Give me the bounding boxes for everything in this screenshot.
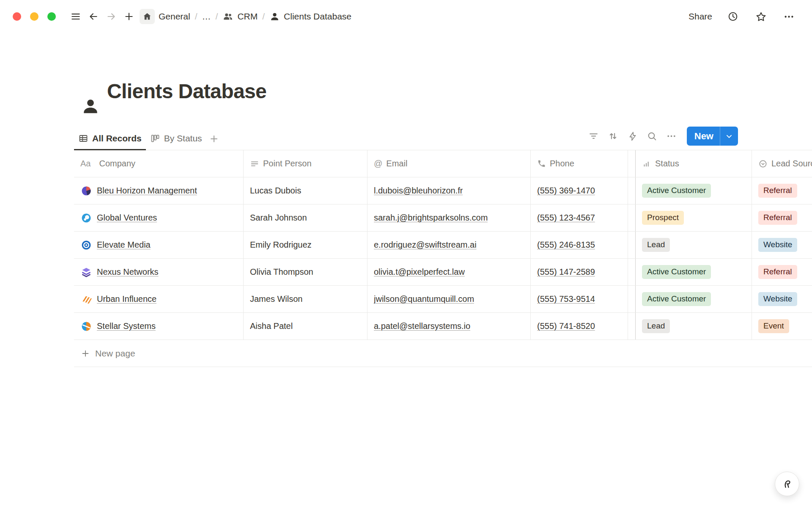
email-value[interactable]: sarah.j@brightsparksolns.com [374, 213, 488, 223]
lead-source-cell[interactable]: Referral [752, 177, 812, 204]
column-header-point-person[interactable]: Point Person [244, 150, 368, 177]
phone-value[interactable]: (555) 753-9514 [537, 294, 595, 304]
point-person-cell[interactable]: James Wilson [244, 286, 368, 312]
tab-by-status[interactable]: By Status [146, 129, 206, 150]
breadcrumb-item-crm[interactable]: CRM [222, 11, 258, 22]
column-header-status[interactable]: Status [636, 150, 752, 177]
share-button[interactable]: Share [687, 9, 714, 24]
column-header-phone[interactable]: Phone [531, 150, 628, 177]
page-title[interactable]: Clients Database [107, 80, 266, 103]
chevron-down-icon[interactable] [720, 132, 738, 141]
filter-icon[interactable] [585, 128, 602, 145]
phone-value[interactable]: (555) 741-8520 [537, 321, 595, 331]
company-name[interactable]: Bleu Horizon Management [97, 186, 197, 196]
pie-chart-icon [80, 185, 92, 197]
breadcrumb-item-current[interactable]: Clients Database [269, 11, 351, 22]
company-name[interactable]: Urban Influence [97, 294, 156, 304]
company-cell[interactable]: Stellar Systems [74, 313, 244, 340]
plus-icon[interactable] [120, 8, 138, 25]
lightning-icon[interactable] [624, 128, 641, 145]
email-value[interactable]: a.patel@stellarsystems.io [374, 321, 470, 331]
ellipsis-icon[interactable] [663, 128, 680, 145]
column-header-company[interactable]: Aa Company [74, 150, 244, 177]
select-icon [758, 159, 768, 168]
phone-cell[interactable]: (555) 753-9514 [531, 286, 628, 312]
company-cell[interactable]: Urban Influence [74, 286, 244, 312]
company-name[interactable]: Elevate Media [97, 240, 151, 250]
status-cell[interactable]: Prospect [636, 204, 752, 231]
point-person-cell[interactable]: Aisha Patel [244, 313, 368, 340]
close-window-button[interactable] [13, 12, 21, 21]
company-cell[interactable]: Bleu Horizon Management [74, 177, 244, 204]
point-person-cell[interactable]: Emily Rodriguez [244, 232, 368, 258]
status-cell[interactable]: Lead [636, 232, 752, 258]
zoom-window-button[interactable] [47, 12, 56, 21]
company-name[interactable]: Stellar Systems [97, 321, 156, 331]
lead-source-cell[interactable]: Referral [752, 259, 812, 285]
point-person-cell[interactable]: Lucas Dubois [244, 177, 368, 204]
email-value[interactable]: e.rodriguez@swiftstream.ai [374, 240, 477, 250]
person-icon[interactable] [81, 97, 100, 116]
point-person-cell[interactable]: Olivia Thompson [244, 259, 368, 285]
email-cell[interactable]: olivia.t@pixelperfect.law [368, 259, 531, 285]
point-person-cell[interactable]: Sarah Johnson [244, 204, 368, 231]
email-cell[interactable]: l.dubois@bleuhorizon.fr [368, 177, 531, 204]
breadcrumb-item-general[interactable]: General [140, 9, 190, 24]
table-row[interactable]: Bleu Horizon Management Lucas Dubois l.d… [74, 177, 812, 204]
table-row[interactable]: Elevate Media Emily Rodriguez e.rodrigue… [74, 232, 812, 259]
plus-icon [81, 349, 90, 358]
column-header-lead-source[interactable]: Lead Source [752, 150, 812, 177]
lead-source-cell[interactable]: Referral [752, 204, 812, 231]
tab-all-records[interactable]: All Records [74, 129, 146, 150]
email-value[interactable]: l.dubois@bleuhorizon.fr [374, 186, 463, 196]
add-view-plus-icon[interactable] [206, 134, 224, 150]
lead-source-cell[interactable]: Event [752, 313, 812, 340]
email-cell[interactable]: sarah.j@brightsparksolns.com [368, 204, 531, 231]
company-cell[interactable]: Elevate Media [74, 232, 244, 258]
search-icon[interactable] [644, 128, 661, 145]
phone-cell[interactable]: (555) 369-1470 [531, 177, 628, 204]
column-header-email[interactable]: @ Email [368, 150, 531, 177]
back-arrow-icon[interactable] [85, 8, 102, 25]
phone-value[interactable]: (555) 246-8135 [537, 240, 595, 250]
lead-source-cell[interactable]: Website [752, 232, 812, 258]
table-row[interactable]: Stellar Systems Aisha Patel a.patel@stel… [74, 313, 812, 340]
status-cell[interactable]: Lead [636, 313, 752, 340]
phone-cell[interactable]: (555) 246-8135 [531, 232, 628, 258]
status-cell[interactable]: Active Customer [636, 259, 752, 285]
hamburger-menu-icon[interactable] [67, 8, 85, 25]
new-button-label[interactable]: New [687, 131, 720, 142]
table-row[interactable]: Nexus Networks Olivia Thompson olivia.t@… [74, 259, 812, 286]
minimize-window-button[interactable] [30, 12, 38, 21]
email-cell[interactable]: jwilson@quantumquill.com [368, 286, 531, 312]
status-cell[interactable]: Active Customer [636, 177, 752, 204]
forward-arrow-icon[interactable] [102, 8, 120, 25]
email-value[interactable]: jwilson@quantumquill.com [374, 294, 474, 304]
ai-assistant-button[interactable] [775, 472, 799, 496]
company-name[interactable]: Nexus Networks [97, 267, 159, 277]
new-page-row[interactable]: New page [74, 340, 812, 367]
ellipsis-icon[interactable] [780, 8, 798, 25]
phone-cell[interactable]: (555) 123-4567 [531, 204, 628, 231]
phone-value[interactable]: (555) 369-1470 [537, 186, 595, 196]
person-name: Aisha Patel [250, 321, 293, 331]
email-cell[interactable]: a.patel@stellarsystems.io [368, 313, 531, 340]
status-cell[interactable]: Active Customer [636, 286, 752, 312]
breadcrumb-ellipsis[interactable]: … [202, 11, 211, 22]
company-name[interactable]: Global Ventures [97, 213, 157, 223]
email-value[interactable]: olivia.t@pixelperfect.law [374, 267, 465, 277]
new-record-button[interactable]: New [687, 127, 738, 146]
phone-value[interactable]: (555) 147-2589 [537, 267, 595, 277]
company-cell[interactable]: Nexus Networks [74, 259, 244, 285]
sort-icon[interactable] [605, 128, 622, 145]
table-row[interactable]: Urban Influence James Wilson jwilson@qua… [74, 286, 812, 313]
phone-value[interactable]: (555) 123-4567 [537, 213, 595, 223]
company-cell[interactable]: Global Ventures [74, 204, 244, 231]
phone-cell[interactable]: (555) 741-8520 [531, 313, 628, 340]
table-row[interactable]: Global Ventures Sarah Johnson sarah.j@br… [74, 204, 812, 232]
phone-cell[interactable]: (555) 147-2589 [531, 259, 628, 285]
clock-icon[interactable] [724, 8, 742, 25]
lead-source-cell[interactable]: Website [752, 286, 812, 312]
email-cell[interactable]: e.rodriguez@swiftstream.ai [368, 232, 531, 258]
star-icon[interactable] [752, 8, 770, 25]
